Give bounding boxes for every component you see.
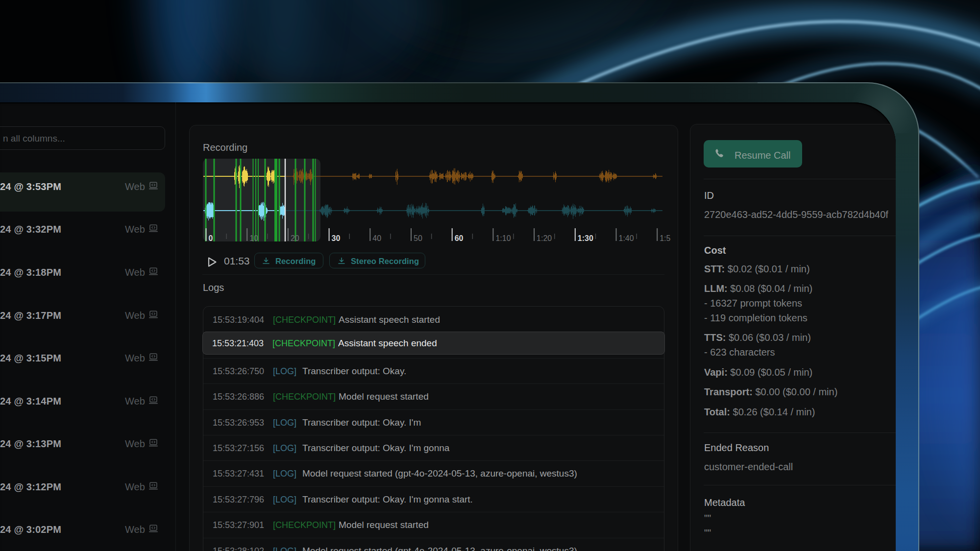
svg-text:30: 30 bbox=[332, 234, 341, 242]
svg-text:40: 40 bbox=[372, 234, 381, 242]
svg-text:10: 10 bbox=[249, 234, 258, 242]
svg-text:1:40: 1:40 bbox=[619, 234, 634, 242]
svg-text:1:10: 1:10 bbox=[495, 234, 511, 242]
svg-text:1:5: 1:5 bbox=[660, 234, 670, 242]
svg-text:20: 20 bbox=[291, 234, 299, 242]
svg-text:60: 60 bbox=[455, 234, 464, 242]
svg-text:0: 0 bbox=[209, 234, 213, 242]
svg-text:50: 50 bbox=[414, 234, 422, 242]
svg-text:1:30: 1:30 bbox=[578, 234, 593, 242]
svg-text:1:20: 1:20 bbox=[537, 234, 552, 242]
